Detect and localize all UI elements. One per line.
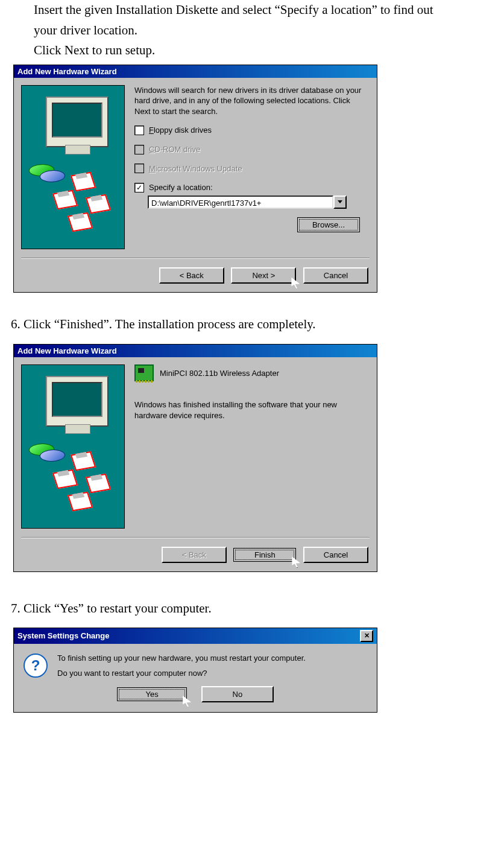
dialog3-title: System Settings Change [17,631,109,640]
checkbox-cdrom [134,145,144,154]
step5-line3: Click Next to run setup. [6,40,498,61]
checkbox-msupdate [134,164,144,173]
adapter-icon [134,364,154,381]
wizard-dialog-search: Add New Hardware Wizard Windows will sea… [13,65,377,293]
dialog3-titlebar: System Settings Change ✕ [14,628,377,644]
location-combobox[interactable]: D:\wlan\DRIVER\genrtl1737v1+ [148,196,347,209]
close-button[interactable]: ✕ [360,630,373,642]
checkbox-specify[interactable]: ✓ [134,183,144,192]
browse-button[interactable]: Browse... [297,217,360,233]
location-input[interactable]: D:\wlan\DRIVER\genrtl1737v1+ [148,196,333,209]
dialog2-titlebar: Add New Hardware Wizard [14,345,377,357]
cancel-button[interactable]: Cancel [303,267,368,284]
checkbox-floppy[interactable] [134,126,144,135]
step5-line1: Insert the given Installation Diskette a… [34,2,433,17]
restart-messagebox: System Settings Change ✕ ? To finish set… [13,628,377,713]
yes-button[interactable]: Yes [117,687,187,701]
finish-button[interactable]: Finish [233,548,296,562]
label-specify[interactable]: Specify a location: [149,182,213,193]
step5-num: 5. [11,0,34,21]
dialog1-titlebar: Add New Hardware Wizard [14,65,377,78]
label-msupdate: Microsoft Windows Update [149,164,242,174]
step6-text: 6. Click “Finished”. The installation pr… [6,314,498,335]
back-button-disabled: < Back [162,547,227,563]
restart-line2: Do you want to restart your computer now… [57,669,306,678]
device-name: MiniPCI 802.11b Wireless Adapter [160,368,279,379]
wizard-graphic [21,85,125,249]
step5-line2: your driver location. [6,21,498,41]
wizard-graphic-2 [21,364,125,529]
question-icon: ? [24,654,48,678]
dialog1-intro: Windows will search for new drivers in i… [134,85,368,117]
cancel-button-2[interactable]: Cancel [303,547,368,563]
separator [21,258,370,259]
next-button[interactable]: Next > [231,267,296,284]
wizard-dialog-finished: Add New Hardware Wizard MiniPCI 802.11b … [13,344,377,572]
step5-text: 5.Insert the given Installation Diskette… [6,0,498,21]
separator-2 [21,537,370,538]
location-dropdown-button[interactable] [333,196,347,209]
dialog1-title: Add New Hardware Wizard [17,67,117,76]
chevron-down-icon [338,200,342,203]
step7-text: 7. Click “Yes” to restart your computer. [6,599,498,619]
label-floppy[interactable]: Floppy disk drives [149,125,212,136]
no-button[interactable]: No [201,686,274,702]
dialog2-title: Add New Hardware Wizard [17,346,117,355]
dialog2-message: Windows has finished installing the soft… [134,399,368,421]
restart-line1: To finish setting up your new hardware, … [57,654,306,663]
back-button[interactable]: < Back [159,267,224,284]
label-cdrom: CD-ROM drive [149,144,200,155]
